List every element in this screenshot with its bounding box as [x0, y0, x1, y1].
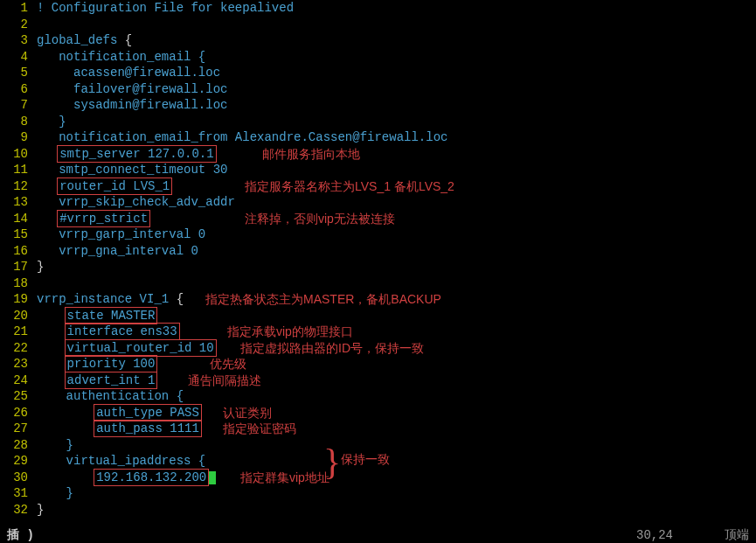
line-number: 9	[0, 129, 37, 145]
annot-smtp: 邮件服务指向本地	[262, 146, 360, 162]
line-number: 3	[0, 32, 37, 48]
code-line: auth_type PASS	[37, 404, 756, 421]
code-line: advert_int 1	[37, 372, 756, 389]
line-number: 10	[0, 146, 37, 162]
code-line: failover@firewall.loc	[37, 81, 756, 97]
line-number: 8	[0, 114, 37, 129]
code-line: auth_pass 1111	[37, 420, 756, 437]
code-line: vrrp_skip_check_adv_addr	[37, 194, 756, 210]
brace-icon: }	[323, 443, 341, 480]
line-number: 7	[0, 97, 37, 113]
line-number: 22	[0, 340, 37, 356]
line-number: 31	[0, 485, 37, 501]
line-number: 24	[0, 372, 37, 388]
code-line: authentication {	[37, 388, 756, 404]
code-line: 192.168.132.200	[37, 469, 756, 486]
code-line: }	[37, 437, 756, 453]
annot-auth-keep: 保持一致	[341, 451, 390, 467]
line-number: 27	[0, 421, 37, 436]
code-line: #vrrp_strict	[37, 210, 756, 227]
code-line: vrrp_gna_interval 0	[37, 243, 756, 259]
line-number: 6	[0, 81, 37, 97]
status-mode: 插 )	[7, 527, 34, 543]
line-number: 14	[0, 211, 37, 226]
annot-state: 指定热备状态主为MASTER，备机BACKUP	[205, 291, 441, 307]
highlight-router-id: router_id LVS_1	[57, 178, 172, 195]
line-number: 5	[0, 65, 37, 80]
line-number: 4	[0, 49, 37, 65]
status-cursor-pos: 30,24	[636, 527, 673, 543]
highlight-smtp-server: smtp_server 127.0.0.1	[57, 145, 216, 163]
code-line: smtp_connect_timeout 30	[37, 162, 756, 178]
line-number: 12	[0, 178, 37, 194]
code-line: virtual_ipaddress {	[37, 453, 756, 469]
statusbar: 插 ) 30,24 顶端	[0, 527, 756, 543]
highlight-advert-int: advert_int 1	[65, 372, 158, 389]
line-number: 15	[0, 226, 37, 242]
annot-auth-type: 认证类别	[223, 405, 272, 421]
line-number: 29	[0, 453, 37, 469]
code-line: interface ens33	[37, 323, 756, 340]
code-line: }	[37, 502, 756, 518]
line-number: 1	[0, 0, 37, 16]
code-line: state MASTER	[37, 307, 756, 324]
line-number: 13	[0, 194, 37, 210]
annot-priority: 优先级	[210, 356, 246, 372]
annot-advert-int: 通告间隔描述	[188, 372, 261, 388]
line-number: 32	[0, 502, 37, 518]
line-number: 17	[0, 259, 37, 275]
line-number: 21	[0, 324, 37, 339]
annot-router-id: 指定服务器名称主为LVS_1 备机LVS_2	[245, 178, 454, 194]
line-number: 2	[0, 17, 37, 32]
line-number: 19	[0, 291, 37, 307]
code-line: vrrp_garp_interval 0	[37, 226, 756, 242]
code-line: acassen@firewall.loc	[37, 65, 756, 80]
highlight-interface: interface ens33	[65, 323, 180, 340]
cursor-icon	[209, 471, 216, 484]
highlight-priority: priority 100	[65, 355, 158, 372]
status-scroll: 顶端	[725, 527, 749, 543]
line-number: 25	[0, 388, 37, 404]
line-number: 28	[0, 437, 37, 453]
line-number: 26	[0, 405, 37, 421]
code-line: priority 100	[37, 355, 756, 372]
code-line: global_defs {	[37, 32, 756, 48]
annot-auth-pass: 指定验证密码	[223, 421, 296, 436]
highlight-vip: 192.168.132.200	[94, 469, 209, 486]
line-number: 20	[0, 308, 37, 324]
annot-vrrp-strict: 注释掉，否则vip无法被连接	[245, 211, 395, 226]
code-line: notification_email {	[37, 49, 756, 65]
line-number: 30	[0, 470, 37, 485]
annot-vr-id: 指定虚拟路由器的ID号，保持一致	[240, 340, 424, 356]
highlight-virtual-router-id: virtual_router_id 10	[65, 339, 217, 357]
line-number: 11	[0, 162, 37, 178]
annot-vip: 指定群集vip地址	[240, 470, 329, 485]
code-editor[interactable]: 1! Configuration File for keepalived 2 3…	[0, 0, 756, 518]
code-line: }	[37, 259, 756, 275]
line-number: 16	[0, 243, 37, 259]
code-line: }	[37, 114, 756, 129]
code-line: ! Configuration File for keepalived	[37, 0, 756, 16]
highlight-auth-type: auth_type PASS	[94, 404, 202, 421]
highlight-state: state MASTER	[65, 307, 158, 324]
highlight-vrrp-strict: #vrrp_strict	[57, 210, 150, 227]
highlight-auth-pass: auth_pass 1111	[94, 420, 202, 437]
annot-interface: 指定承载vip的物理接口	[227, 324, 353, 339]
code-line: notification_email_from Alexandre.Cassen…	[37, 129, 756, 145]
code-line: smtp_server 127.0.0.1	[37, 145, 756, 163]
line-number: 18	[0, 275, 37, 291]
code-line: sysadmin@firewall.loc	[37, 97, 756, 113]
code-line: }	[37, 485, 756, 501]
line-number: 23	[0, 356, 37, 372]
